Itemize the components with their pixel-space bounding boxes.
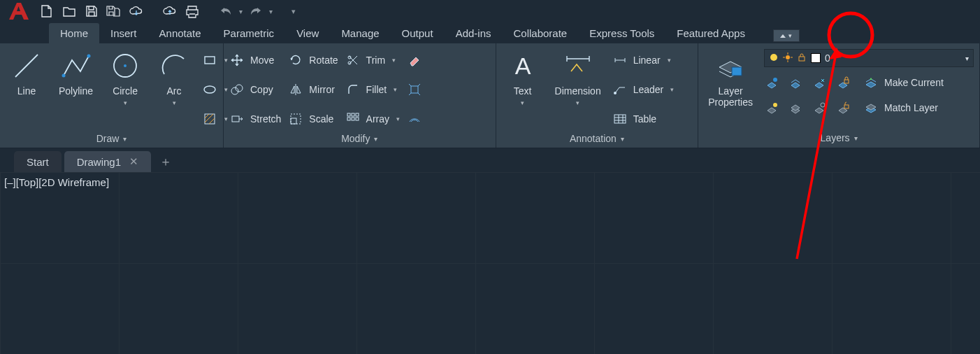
table-icon [612, 111, 628, 127]
app-logo[interactable] [4, 0, 34, 22]
print-icon[interactable] [183, 2, 201, 20]
tool-copy[interactable]: Copy [229, 78, 281, 101]
layer-thaw-icon[interactable] [812, 100, 827, 115]
tab-featured[interactable]: Featured Apps [665, 23, 756, 43]
layer-color-swatch [811, 53, 821, 63]
new-doc-tab-button[interactable]: ＋ [154, 151, 178, 172]
layer-isolate-icon[interactable] [788, 75, 803, 90]
document-tabs: Start Drawing1 ✕ ＋ [0, 148, 980, 172]
doc-tab-drawing1[interactable]: Drawing1 ✕ [64, 151, 151, 172]
tool-array[interactable]: Array▾ [345, 108, 400, 130]
redo-icon[interactable] [247, 2, 265, 20]
panel-title-modify[interactable]: Modify▾ [229, 130, 490, 148]
layer-on-icon[interactable] [764, 100, 779, 115]
open-file-icon[interactable] [60, 2, 78, 20]
cloud-save-icon[interactable] [161, 2, 179, 20]
tool-line[interactable]: Line [6, 48, 48, 98]
tool-explode[interactable] [407, 78, 422, 101]
tab-express[interactable]: Express Tools [578, 23, 665, 43]
tool-linear[interactable]: Linear▾ [612, 49, 675, 71]
svg-rect-37 [844, 105, 849, 108]
layer-unlock-icon[interactable] [835, 100, 851, 115]
tab-output[interactable]: Output [391, 23, 445, 43]
svg-rect-19 [352, 118, 354, 120]
tool-erase[interactable] [407, 49, 422, 71]
offset-icon [407, 111, 422, 127]
tool-offset[interactable] [407, 108, 422, 130]
tab-view[interactable]: View [285, 23, 330, 43]
layer-bulb-on-icon [769, 52, 779, 64]
move-icon [229, 52, 245, 68]
panel-draw: Line Polyline Circle▾ Arc▾ [0, 43, 224, 148]
tool-fillet[interactable]: Fillet▾ [345, 78, 400, 101]
new-file-icon[interactable] [38, 2, 56, 20]
svg-point-4 [124, 64, 127, 67]
panel-title-annotation[interactable]: Annotation▾ [502, 130, 693, 148]
saveas-icon[interactable] [105, 2, 123, 20]
trim-icon [345, 52, 361, 68]
linear-icon [612, 52, 628, 68]
leader-icon [612, 82, 628, 97]
tool-leader[interactable]: Leader▾ [612, 78, 675, 101]
polyline-icon [59, 49, 93, 83]
tab-manage[interactable]: Manage [330, 23, 390, 43]
circle-icon [108, 49, 142, 83]
chevron-down-icon: ▾ [965, 55, 969, 62]
tool-scale[interactable]: Scale [288, 108, 338, 130]
qat-overflow-icon[interactable]: ▾ [288, 2, 299, 20]
save-icon[interactable] [82, 2, 101, 20]
stretch-icon [229, 111, 245, 127]
tool-match-layer[interactable]: Match Layer [863, 97, 938, 119]
tool-move[interactable]: Move [229, 49, 281, 71]
tool-mirror[interactable]: Mirror [288, 78, 338, 101]
drawing-canvas[interactable]: [–][Top][2D Wireframe] [0, 172, 980, 354]
panel-title-layers[interactable]: Layers▾ [704, 129, 974, 148]
layer-selector[interactable]: 0 ▾ [764, 49, 974, 67]
tool-rotate[interactable]: Rotate [288, 49, 338, 71]
svg-text:A: A [514, 52, 531, 79]
tool-trim[interactable]: Trim▾ [345, 49, 400, 71]
doc-tab-start[interactable]: Start [14, 151, 62, 172]
cloud-open-icon[interactable] [127, 2, 145, 20]
tab-collaborate[interactable]: Collaborate [502, 23, 578, 43]
ribbon: Line Polyline Circle▾ Arc▾ [0, 43, 980, 148]
tool-text[interactable]: A Text▾ [502, 48, 544, 108]
layer-properties-icon [714, 49, 747, 83]
tool-arc[interactable]: Arc▾ [153, 48, 195, 108]
tool-dimension[interactable]: Dimension▾ [551, 48, 605, 108]
tool-circle[interactable]: Circle▾ [104, 48, 146, 108]
text-icon: A [506, 49, 540, 83]
layer-lock-tool-icon[interactable] [835, 75, 851, 90]
tab-annotate[interactable]: Annotate [148, 23, 212, 43]
layer-off-icon[interactable] [764, 75, 779, 90]
viewport-label[interactable]: [–][Top][2D Wireframe] [4, 176, 109, 188]
ribbon-collapse-button[interactable]: ▾ [773, 29, 800, 42]
undo-icon[interactable] [217, 2, 235, 20]
tab-parametric[interactable]: Parametric [212, 23, 286, 43]
svg-rect-25 [732, 67, 742, 76]
svg-point-33 [773, 78, 777, 82]
layer-lock-icon [797, 52, 807, 64]
svg-point-2 [87, 55, 90, 58]
rectangle-icon [202, 52, 217, 68]
tool-make-current[interactable]: Make Current [863, 71, 944, 94]
tool-layer-properties[interactable]: Layer Properties [704, 48, 757, 109]
tab-home[interactable]: Home [49, 23, 99, 43]
tool-polyline[interactable]: Polyline [55, 48, 97, 98]
panel-title-draw[interactable]: Draw▾ [6, 130, 217, 148]
tab-insert[interactable]: Insert [99, 23, 148, 43]
scale-icon [288, 111, 303, 127]
tool-table[interactable]: Table [612, 108, 675, 130]
svg-rect-34 [844, 80, 849, 83]
svg-point-27 [786, 55, 790, 59]
layer-unisolate-icon[interactable] [788, 100, 803, 115]
arc-icon [157, 49, 191, 83]
layer-freeze-icon[interactable] [812, 75, 827, 90]
tab-addins[interactable]: Add-ins [445, 23, 503, 43]
svg-line-0 [15, 55, 38, 77]
tool-stretch[interactable]: Stretch [229, 108, 281, 130]
copy-icon [229, 82, 245, 97]
make-current-icon [863, 75, 879, 90]
svg-point-36 [821, 103, 825, 107]
close-icon[interactable]: ✕ [129, 155, 138, 168]
